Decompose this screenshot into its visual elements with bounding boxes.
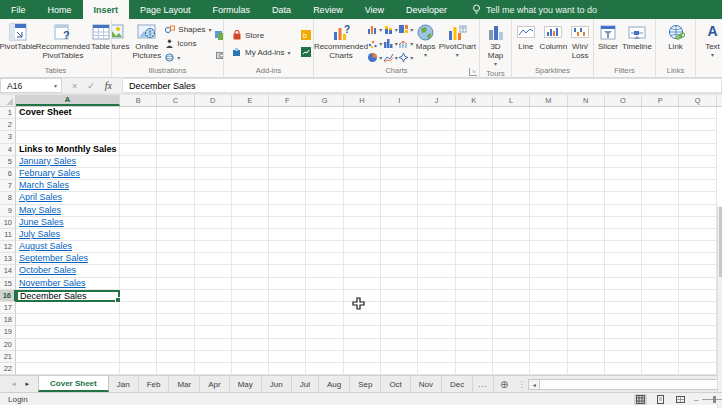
cell-D10[interactable] (195, 217, 232, 229)
cell-H3[interactable] (344, 131, 381, 143)
cell-H14[interactable] (344, 265, 381, 277)
cell-N4[interactable] (568, 144, 605, 156)
cell-K2[interactable] (456, 119, 493, 131)
cell-P18[interactable] (642, 314, 679, 326)
cell-I15[interactable] (381, 278, 418, 290)
cell-O4[interactable] (605, 144, 642, 156)
cell-G12[interactable] (306, 241, 343, 253)
column-header-G[interactable]: G (306, 95, 343, 106)
pictures-button[interactable]: Pictures (112, 21, 130, 66)
cell-P22[interactable] (642, 363, 679, 375)
cell-L16[interactable] (493, 290, 530, 302)
row-header-20[interactable]: 20 (0, 339, 16, 351)
maps-button[interactable]: Maps▾ (415, 21, 437, 66)
row-header-9[interactable]: 9 (0, 205, 16, 217)
cell-P16[interactable] (642, 290, 679, 302)
cell-J16[interactable] (418, 290, 455, 302)
cell-H19[interactable] (344, 326, 381, 338)
cell-P6[interactable] (642, 168, 679, 180)
cell-I21[interactable] (381, 351, 418, 363)
tab-page-layout[interactable]: Page Layout (129, 0, 202, 19)
tell-me-box[interactable]: Tell me what you want to do (472, 0, 597, 19)
cell-I3[interactable] (381, 131, 418, 143)
cell-E22[interactable] (232, 363, 269, 375)
cell-N17[interactable] (568, 302, 605, 314)
cell-L4[interactable] (493, 144, 530, 156)
cell-P13[interactable] (642, 253, 679, 265)
cell-G6[interactable] (306, 168, 343, 180)
sheet-tab-sep[interactable]: Sep (350, 376, 381, 392)
cell-L1[interactable] (493, 107, 530, 119)
cell-O16[interactable] (605, 290, 642, 302)
cell-A2[interactable] (16, 119, 120, 131)
cell-O6[interactable] (605, 168, 642, 180)
vertical-scrollbar[interactable] (717, 206, 722, 408)
row-header-5[interactable]: 5 (0, 156, 16, 168)
cell-J6[interactable] (418, 168, 455, 180)
cell-E17[interactable] (232, 302, 269, 314)
cell-O15[interactable] (605, 278, 642, 290)
cell-A16[interactable]: December Sales (16, 290, 120, 302)
slicer-button[interactable]: Slicer (596, 21, 620, 66)
cell-O3[interactable] (605, 131, 642, 143)
row-header-3[interactable]: 3 (0, 131, 16, 143)
cell-L18[interactable] (493, 314, 530, 326)
row-header-12[interactable]: 12 (0, 241, 16, 253)
cell-Q4[interactable] (679, 144, 716, 156)
sheet-tab-may[interactable]: May (230, 376, 262, 392)
cell-M18[interactable] (530, 314, 567, 326)
cell-D12[interactable] (195, 241, 232, 253)
cell-D4[interactable] (195, 144, 232, 156)
cell-J19[interactable] (418, 326, 455, 338)
cell-I1[interactable] (381, 107, 418, 119)
vertical-scrollbar-thumb[interactable] (719, 207, 722, 277)
addin-recent-2-icon[interactable] (301, 47, 311, 57)
cell-K4[interactable] (456, 144, 493, 156)
cell-C11[interactable] (157, 229, 194, 241)
cell-J2[interactable] (418, 119, 455, 131)
row-header-11[interactable]: 11 (0, 229, 16, 241)
cell-J9[interactable] (418, 205, 455, 217)
cell-K15[interactable] (456, 278, 493, 290)
cell-N1[interactable] (568, 107, 605, 119)
cell-I11[interactable] (381, 229, 418, 241)
insert-radar-chart[interactable]: ▾ (398, 51, 414, 65)
cell-F14[interactable] (269, 265, 306, 277)
cell-C10[interactable] (157, 217, 194, 229)
cell-O18[interactable] (605, 314, 642, 326)
cell-J20[interactable] (418, 339, 455, 351)
cell-P3[interactable] (642, 131, 679, 143)
cancel-icon[interactable]: × (72, 81, 77, 91)
cell-P15[interactable] (642, 278, 679, 290)
cell-F10[interactable] (269, 217, 306, 229)
cell-E11[interactable] (232, 229, 269, 241)
horizontal-scrollbar[interactable]: ◂ (528, 376, 722, 392)
cell-F2[interactable] (269, 119, 306, 131)
row-header-15[interactable]: 15 (0, 278, 16, 290)
cell-B14[interactable] (120, 265, 157, 277)
cell-Q10[interactable] (679, 217, 716, 229)
cell-H4[interactable] (344, 144, 381, 156)
page-layout-view-button[interactable] (654, 394, 667, 405)
insert-bar-chart[interactable]: ▾ (383, 22, 399, 36)
cell-L13[interactable] (493, 253, 530, 265)
sheet-tab-nov[interactable]: Nov (411, 376, 442, 392)
cell-G4[interactable] (306, 144, 343, 156)
cell-G5[interactable] (306, 156, 343, 168)
cell-K21[interactable] (456, 351, 493, 363)
cell-G7[interactable] (306, 180, 343, 192)
cell-D1[interactable] (195, 107, 232, 119)
insert-pie-chart[interactable]: ▾ (367, 51, 383, 65)
cell-H5[interactable] (344, 156, 381, 168)
cell-A12[interactable]: August Sales (16, 241, 120, 253)
cell-E3[interactable] (232, 131, 269, 143)
cell-P17[interactable] (642, 302, 679, 314)
cell-B1[interactable] (120, 107, 157, 119)
cell-I10[interactable] (381, 217, 418, 229)
cell-N6[interactable] (568, 168, 605, 180)
cell-A22[interactable] (16, 363, 120, 375)
cell-N10[interactable] (568, 217, 605, 229)
new-sheet-button[interactable]: ⊕ (494, 376, 514, 392)
column-header-N[interactable]: N (568, 95, 605, 106)
cell-A5[interactable]: January Sales (16, 156, 120, 168)
